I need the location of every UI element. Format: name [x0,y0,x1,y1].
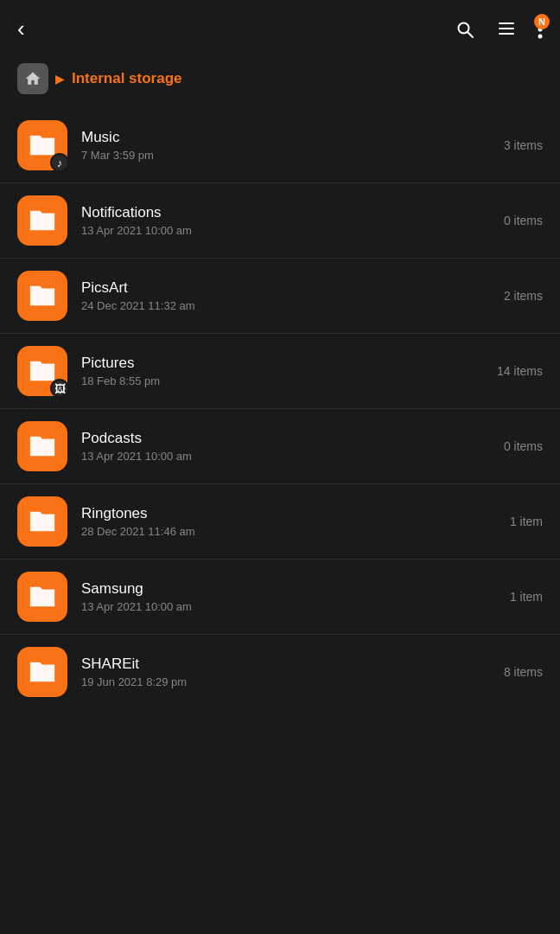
folder-icon-bg [17,572,67,622]
folder-icon-wrap [17,647,67,697]
list-icon [496,19,517,40]
list-item[interactable]: Samsung 13 Apr 2021 10:00 am 1 item [0,560,560,635]
file-count: 1 item [510,590,543,604]
folder-sub-badge: 🖼 [50,379,69,398]
file-name: Music [81,129,504,146]
list-item[interactable]: ♪ Music 7 Mar 3:59 pm 3 items [0,108,560,183]
folder-icon-wrap [17,421,67,471]
file-date: 13 Apr 2021 10:00 am [81,600,510,613]
folder-icon [28,432,57,461]
folder-icon-bg [17,496,67,547]
search-button[interactable] [455,19,475,40]
topbar: ‹ N [0,0,560,54]
list-item[interactable]: Podcasts 13 Apr 2021 10:00 am 0 items [0,409,560,484]
search-icon [455,19,475,40]
folder-icon [28,507,57,536]
folder-icon-bg [17,195,67,246]
home-svg [24,70,41,87]
list-item[interactable]: Ringtones 28 Dec 2021 11:46 am 1 item [0,484,560,560]
breadcrumb-arrow: ▶ [55,72,65,86]
folder-icon-wrap: 🖼 [17,346,67,396]
file-date: 13 Apr 2021 10:00 am [81,450,504,463]
folder-sub-badge: ♪ [50,153,69,172]
file-info: Podcasts 13 Apr 2021 10:00 am [81,430,504,463]
folder-icon-wrap [17,195,67,246]
folder-icon [28,281,57,310]
folder-icon-wrap: ♪ [17,120,67,170]
file-count: 0 items [504,214,543,227]
folder-icon-wrap [17,496,67,547]
svg-rect-4 [499,33,514,35]
file-info: Notifications 13 Apr 2021 10:00 am [81,204,504,237]
folder-icon [28,206,57,235]
svg-point-0 [459,22,469,33]
breadcrumb: ▶ Internal storage [0,54,560,108]
list-item[interactable]: SHAREit 19 Jun 2021 8:29 pm 8 items [0,635,560,709]
folder-icon-bg [17,271,67,321]
file-count: 1 item [510,515,543,528]
file-date: 19 Jun 2021 8:29 pm [81,675,504,688]
topbar-left: ‹ [17,16,25,42]
more-options-button[interactable]: N [538,19,543,40]
notification-badge: N [534,14,550,29]
back-button[interactable]: ‹ [17,16,25,42]
file-count: 14 items [497,364,543,378]
file-name: Samsung [81,580,510,598]
file-date: 7 Mar 3:59 pm [81,149,504,162]
file-info: PicsArt 24 Dec 2021 11:32 am [81,279,504,312]
svg-point-8 [538,34,543,38]
folder-icon-wrap [17,271,67,321]
file-info: Music 7 Mar 3:59 pm [81,129,504,162]
list-item[interactable]: Notifications 13 Apr 2021 10:00 am 0 ite… [0,183,560,259]
file-date: 24 Dec 2021 11:32 am [81,299,504,312]
list-item[interactable]: PicsArt 24 Dec 2021 11:32 am 2 items [0,259,560,334]
file-count: 8 items [504,665,543,679]
file-date: 18 Feb 8:55 pm [81,374,497,387]
back-icon: ‹ [17,16,25,42]
file-info: Ringtones 28 Dec 2021 11:46 am [81,505,510,538]
breadcrumb-label: Internal storage [72,70,182,87]
home-icon[interactable] [17,63,48,94]
file-name: SHAREit [81,656,504,673]
folder-icon-bg [17,647,67,697]
file-name: PicsArt [81,279,504,297]
file-name: Pictures [81,355,497,372]
file-info: SHAREit 19 Jun 2021 8:29 pm [81,656,504,688]
file-name: Podcasts [81,430,504,447]
folder-icon-wrap [17,572,67,622]
file-count: 0 items [504,439,543,453]
folder-icon-bg [17,421,67,471]
list-view-button[interactable] [496,19,517,40]
file-list: ♪ Music 7 Mar 3:59 pm 3 items Notificati… [0,108,560,709]
folder-icon [28,657,57,687]
svg-rect-3 [499,28,514,29]
list-item[interactable]: 🖼 Pictures 18 Feb 8:55 pm 14 items [0,334,560,409]
file-date: 13 Apr 2021 10:00 am [81,224,504,237]
svg-rect-2 [499,22,514,24]
file-count: 2 items [504,289,543,303]
file-name: Ringtones [81,505,510,522]
file-date: 28 Dec 2021 11:46 am [81,525,510,538]
svg-line-1 [468,32,474,37]
topbar-right: N [455,19,543,40]
file-info: Pictures 18 Feb 8:55 pm [81,355,497,387]
folder-icon [28,582,57,611]
file-info: Samsung 13 Apr 2021 10:00 am [81,580,510,613]
file-count: 3 items [504,138,543,152]
file-name: Notifications [81,204,504,221]
